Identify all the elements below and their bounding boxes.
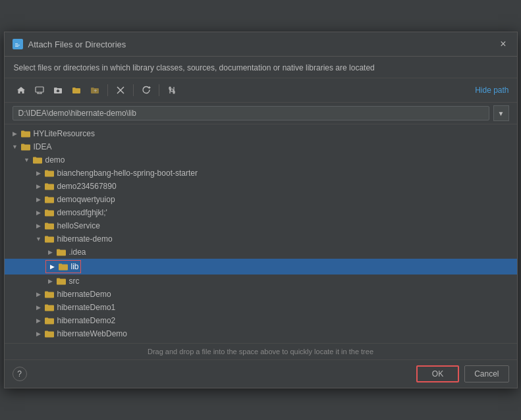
tree-item[interactable]: ▼ demo [5, 153, 517, 167]
folder-icon [44, 290, 55, 299]
tree-item-label: .idea [69, 248, 86, 257]
svg-rect-6 [36, 87, 43, 92]
tree-item[interactable]: ▶ helloService [5, 219, 517, 232]
tree-item-label: hibernateDemo [57, 290, 111, 299]
tree-item-label: helloService [57, 221, 100, 230]
toolbar-separator-3 [159, 84, 159, 96]
toolbar-buttons: + [13, 82, 180, 98]
expand-icon[interactable]: ▶ [34, 207, 44, 218]
svg-text:+: + [94, 88, 97, 94]
home-button[interactable] [13, 82, 30, 98]
expand-icon[interactable]: ▶ [34, 221, 44, 231]
expand-icon[interactable]: ▶ [34, 181, 44, 192]
expand-icon[interactable]: ▶ [34, 328, 44, 339]
folder-icon [44, 221, 55, 230]
tree-item[interactable]: ▶ demo234567890 [5, 180, 517, 193]
tree-item[interactable]: ▶ hibernateDemo1 [5, 301, 517, 314]
app-icon [13, 39, 23, 49]
expand-icon[interactable]: ▶ [34, 289, 44, 300]
folder-icon [44, 182, 55, 191]
tree-item-label: demo [45, 155, 65, 165]
tree-item[interactable]: ▶ .idea [5, 246, 517, 259]
tree-item-label: src [69, 276, 80, 286]
folder-up-button[interactable] [49, 82, 67, 98]
tree-item-label: hibernate-demo [57, 234, 113, 244]
expand-icon[interactable]: ▶ [45, 247, 56, 257]
tree-item[interactable]: ▶ demoqwertyuiop [5, 193, 517, 206]
close-button[interactable]: × [497, 38, 508, 51]
tree-item[interactable]: ▶ HYLiteResources [5, 127, 517, 140]
folder-icon [44, 169, 55, 178]
folder-icon [44, 208, 55, 217]
expand-icon[interactable]: ▼ [10, 142, 20, 152]
tree-item-label: hibernateDemo1 [57, 303, 116, 312]
folder-icon [56, 276, 67, 286]
svg-rect-4 [15, 46, 18, 47]
help-button[interactable]: ? [13, 367, 27, 381]
tree-item-label: lib [71, 262, 79, 271]
cancel-button[interactable]: Cancel [464, 365, 508, 382]
title-bar-left: Attach Files or Directories [13, 39, 126, 49]
expand-icon[interactable]: ▶ [47, 261, 58, 272]
desktop-button[interactable] [31, 82, 48, 98]
expand-icon[interactable]: ▼ [22, 155, 32, 165]
expand-icon[interactable]: ▶ [34, 194, 44, 205]
toolbar-separator-2 [133, 84, 134, 96]
tree-item-label: demosdfghjkl;' [57, 208, 107, 217]
folder-icon [44, 316, 55, 325]
bottom-bar: ? OK Cancel [5, 359, 517, 388]
file-tree: ▶ HYLiteResources ▼ IDEA ▼ demo ▶ [5, 124, 517, 343]
tree-item-label: hibernateDemo2 [57, 316, 116, 325]
folder-icon [44, 195, 55, 204]
tree-item[interactable]: ▼ IDEA [5, 140, 517, 153]
hide-path-button[interactable]: Hide path [475, 86, 508, 95]
drag-drop-hint: Drag and drop a file into the space abov… [5, 343, 517, 359]
expand-icon[interactable]: ▶ [34, 168, 44, 178]
path-input[interactable] [13, 106, 489, 120]
expand-icon[interactable]: ▶ [34, 302, 44, 313]
lib-selected-box: ▶ lib [45, 260, 81, 273]
delete-button[interactable] [112, 82, 129, 98]
folder-icon [44, 303, 55, 312]
expand-icon[interactable]: ▶ [10, 128, 20, 139]
folder-icon [44, 329, 55, 338]
title-bar: Attach Files or Directories × [5, 32, 517, 57]
folder-icon [20, 129, 31, 138]
tree-item-label: demoqwertyuiop [57, 195, 115, 204]
attach-files-dialog: Attach Files or Directories × Select fil… [4, 32, 518, 388]
ok-button[interactable]: OK [416, 365, 459, 382]
tree-item-label: bianchengbang-hello-spring-boot-starter [57, 169, 198, 178]
dialog-title: Attach Files or Directories [28, 39, 126, 49]
dialog-subtitle: Select files or directories in which lib… [5, 57, 517, 78]
path-dropdown-button[interactable]: ▼ [493, 105, 509, 121]
refresh-button[interactable] [138, 82, 155, 98]
new-folder-button[interactable]: + [86, 82, 103, 98]
folder-icon [32, 155, 43, 165]
settings-button[interactable] [163, 82, 180, 98]
svg-marker-5 [17, 87, 25, 93]
tree-item[interactable]: ▶ demosdfghjkl;' [5, 206, 517, 219]
folder-button[interactable] [68, 82, 85, 98]
folder-icon [58, 262, 69, 271]
tree-item[interactable]: ▶ hibernateDemo [5, 288, 517, 301]
bottom-right-buttons: OK Cancel [416, 365, 509, 382]
svg-rect-2 [15, 43, 18, 44]
svg-point-15 [171, 89, 173, 92]
tree-item[interactable]: ▼ hibernate-demo [5, 232, 517, 246]
expand-icon[interactable]: ▶ [45, 276, 56, 286]
tree-item[interactable]: ▶ bianchengbang-hello-spring-boot-starte… [5, 167, 517, 180]
expand-icon[interactable]: ▼ [34, 234, 44, 244]
toolbar: + [5, 78, 517, 103]
tree-item-lib[interactable]: ▶ lib [5, 259, 517, 275]
folder-icon [56, 248, 67, 257]
svg-rect-1 [14, 41, 18, 43]
svg-marker-14 [149, 86, 151, 89]
svg-rect-3 [15, 45, 20, 45]
tree-item[interactable]: ▶ hibernateDemo2 [5, 314, 517, 327]
path-bar: ▼ [5, 103, 517, 124]
folder-icon [44, 234, 55, 244]
expand-icon[interactable]: ▶ [34, 315, 44, 326]
tree-item[interactable]: ▶ hibernateWebDemo [5, 327, 517, 340]
tree-item-label: HYLiteResources [34, 129, 95, 138]
tree-item[interactable]: ▶ src [5, 275, 517, 288]
